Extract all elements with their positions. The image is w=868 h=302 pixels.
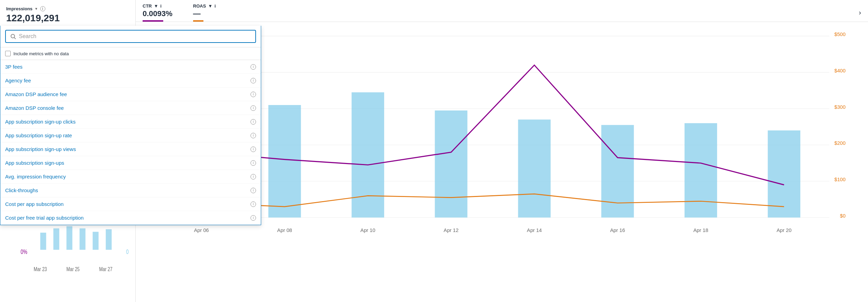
roas-label-text: ROAS — [193, 3, 206, 9]
include-metrics-row: Include metrics with no data — [0, 47, 261, 60]
dropdown-item-info-icon[interactable]: i — [251, 174, 256, 179]
svg-text:$400: $400 — [834, 68, 846, 73]
dropdown-item-info-icon[interactable]: i — [251, 160, 256, 166]
svg-text:$200: $200 — [834, 140, 846, 146]
dropdown-item[interactable]: App subscription sign-upsi — [0, 156, 261, 170]
ctr-label-row[interactable]: CTR ▼ i — [143, 3, 173, 9]
search-input[interactable] — [19, 33, 251, 39]
svg-text:Apr 14: Apr 14 — [527, 228, 542, 233]
svg-text:0: 0 — [126, 249, 129, 255]
dropdown-item-text: Cost per app subscription — [5, 201, 64, 207]
svg-rect-42 — [268, 105, 301, 218]
svg-text:Apr 06: Apr 06 — [194, 228, 209, 233]
dropdown-item[interactable]: Cost per free trial app subscriptioni — [0, 211, 261, 225]
svg-rect-47 — [685, 123, 717, 218]
dropdown-item-info-icon[interactable]: i — [251, 78, 256, 83]
svg-text:$0: $0 — [840, 213, 845, 219]
main-container: Impressions ▼ i 122,019,291 Include metr — [0, 0, 868, 302]
dropdown-item-info-icon[interactable]: i — [251, 92, 256, 97]
svg-text:Mar 23: Mar 23 — [34, 266, 47, 272]
dropdown-item-text: App subscription sign-up views — [5, 146, 76, 152]
roas-chevron-icon[interactable]: ▼ — [208, 3, 212, 9]
search-box[interactable] — [5, 30, 256, 43]
svg-text:$500: $500 — [834, 32, 846, 37]
roas-color-line — [193, 20, 203, 22]
svg-rect-16 — [66, 226, 72, 250]
dropdown-item[interactable]: Cost per app subscriptioni — [0, 197, 261, 211]
roas-info-icon[interactable]: i — [214, 3, 216, 9]
dropdown-item-text: App subscription sign-up rate — [5, 132, 72, 138]
dropdown-item-text: Agency fee — [5, 78, 31, 83]
dropdown-list: 3P feesiAgency feeiAmazon DSP audience f… — [0, 60, 261, 225]
roas-value: — — [193, 9, 216, 18]
dropdown-item-info-icon[interactable]: i — [251, 188, 256, 193]
dropdown-item-text: Avg. impression frequency — [5, 174, 66, 179]
ctr-label-text: CTR — [143, 3, 152, 9]
svg-text:Apr 12: Apr 12 — [444, 228, 458, 233]
svg-rect-45 — [518, 119, 551, 217]
impressions-label-text: Impressions — [6, 6, 33, 11]
svg-rect-43 — [352, 92, 384, 218]
svg-point-0 — [11, 34, 15, 38]
search-wrapper — [0, 26, 261, 47]
ctr-metric-block: CTR ▼ i 0.0093% — [143, 3, 173, 22]
dropdown-item-text: App subscription sign-up clicks — [5, 119, 76, 125]
svg-rect-17 — [80, 228, 86, 249]
dropdown-item-info-icon[interactable]: i — [251, 133, 256, 138]
dropdown-item-text: App subscription sign-ups — [5, 160, 64, 166]
svg-text:Apr 10: Apr 10 — [360, 228, 375, 233]
svg-text:Apr 08: Apr 08 — [277, 228, 292, 233]
svg-rect-18 — [93, 232, 99, 249]
dropdown-item-text: Amazon DSP audience fee — [5, 91, 67, 97]
include-metrics-label: Include metrics with no data — [13, 51, 69, 56]
dropdown-item-text: 3P fees — [5, 64, 23, 70]
svg-text:Mar 25: Mar 25 — [66, 266, 80, 272]
svg-text:Mar 27: Mar 27 — [99, 266, 113, 272]
dropdown-item[interactable]: Click-throughsi — [0, 184, 261, 197]
main-chart-svg: 0.025% 0.02% 0.015% 0.01% 0.005% 0% $500… — [160, 29, 847, 290]
search-icon — [10, 33, 16, 39]
include-metrics-checkbox[interactable] — [5, 51, 11, 56]
ctr-chevron-icon[interactable]: ▼ — [154, 3, 158, 9]
svg-rect-14 — [40, 233, 46, 250]
dropdown-item-info-icon[interactable]: i — [251, 105, 256, 111]
dropdown-item[interactable]: Amazon DSP audience feei — [0, 88, 261, 101]
svg-text:Apr 16: Apr 16 — [610, 228, 625, 233]
dropdown-item[interactable]: Amazon DSP console feei — [0, 101, 261, 115]
impressions-header: Impressions ▼ i 122,019,291 — [0, 0, 135, 28]
impressions-info-icon[interactable]: i — [40, 6, 45, 11]
metric-dropdown: Include metrics with no data 3P feesiAge… — [0, 26, 261, 225]
dropdown-item-text: Click-throughs — [5, 187, 38, 193]
dropdown-item-info-icon[interactable]: i — [251, 215, 256, 221]
panel-collapse-icon[interactable]: › — [859, 9, 861, 16]
dropdown-item[interactable]: App subscription sign-up viewsi — [0, 142, 261, 156]
roas-label-row[interactable]: ROAS ▼ i — [193, 3, 216, 9]
svg-text:Apr 18: Apr 18 — [693, 228, 708, 233]
impressions-chevron-icon[interactable]: ▼ — [35, 7, 38, 11]
svg-rect-19 — [106, 229, 112, 250]
dropdown-item[interactable]: 3P feesi — [0, 60, 261, 74]
dropdown-item[interactable]: App subscription sign-up clicksi — [0, 115, 261, 129]
roas-metric-block: ROAS ▼ i — — [193, 3, 216, 22]
svg-text:$100: $100 — [834, 177, 846, 182]
svg-rect-15 — [53, 228, 59, 249]
dropdown-item-text: Cost per free trial app subscription — [5, 215, 84, 221]
ctr-info-icon[interactable]: i — [160, 3, 162, 9]
ctr-color-line — [143, 20, 163, 22]
svg-line-1 — [14, 37, 15, 39]
svg-rect-48 — [768, 130, 800, 218]
impressions-value: 122,019,291 — [6, 13, 129, 24]
svg-rect-44 — [435, 111, 467, 218]
dropdown-item-text: Amazon DSP console fee — [5, 105, 64, 111]
svg-text:$300: $300 — [834, 104, 846, 110]
dropdown-item-info-icon[interactable]: i — [251, 119, 256, 125]
metrics-row: CTR ▼ i 0.0093% ROAS ▼ i — › — [136, 0, 868, 22]
dropdown-item-info-icon[interactable]: i — [251, 147, 256, 152]
dropdown-item-info-icon[interactable]: i — [251, 64, 256, 70]
svg-text:Apr 20: Apr 20 — [777, 228, 791, 233]
impressions-label-row[interactable]: Impressions ▼ i — [6, 6, 129, 11]
dropdown-item[interactable]: Avg. impression frequencyi — [0, 170, 261, 184]
dropdown-item[interactable]: Agency feei — [0, 74, 261, 88]
dropdown-item-info-icon[interactable]: i — [251, 201, 256, 207]
dropdown-item[interactable]: App subscription sign-up ratei — [0, 129, 261, 142]
